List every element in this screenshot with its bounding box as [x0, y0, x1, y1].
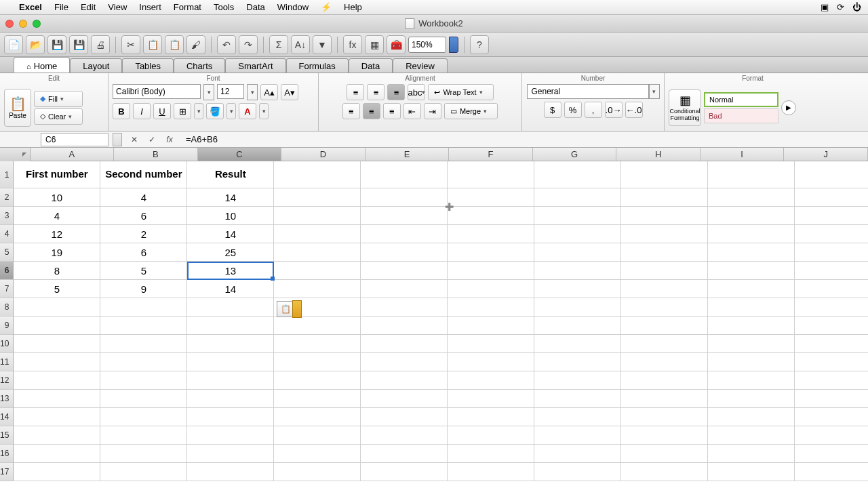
paste-button[interactable]: 📋	[165, 35, 184, 54]
tab-data[interactable]: Data	[349, 58, 393, 73]
enter-icon[interactable]: ✓	[145, 134, 159, 146]
cell-D1[interactable]	[274, 161, 361, 188]
grow-font-button[interactable]: A▴	[260, 84, 278, 100]
paste-big-button[interactable]: 📋 Paste	[4, 89, 31, 127]
menu-insert[interactable]: Insert	[139, 2, 161, 12]
cell-A7[interactable]: 5	[14, 280, 100, 298]
cell-A1[interactable]: First number	[14, 161, 100, 188]
font-size-select[interactable]: 12	[217, 84, 244, 99]
cell-C7[interactable]: 14	[187, 280, 274, 298]
row-header-3[interactable]: 3	[0, 207, 14, 225]
script-icon[interactable]: ⚡	[321, 2, 332, 12]
row-header-11[interactable]: 11	[0, 353, 14, 371]
gallery-button[interactable]: ▦	[365, 35, 384, 54]
col-header-I[interactable]: I	[701, 148, 785, 161]
cell-B3[interactable]: 6	[100, 207, 187, 225]
sort-button[interactable]: A↓	[291, 35, 310, 54]
cancel-icon[interactable]: ✕	[127, 134, 141, 146]
italic-button[interactable]: I	[133, 103, 151, 119]
cell-A4[interactable]: 12	[14, 225, 100, 243]
cell-C1[interactable]: Result	[187, 161, 274, 188]
merge-button[interactable]: ▭Merge▾	[444, 103, 498, 119]
fx-icon[interactable]: fx	[163, 134, 176, 146]
col-header-F[interactable]: F	[449, 148, 533, 161]
comma-button[interactable]: ,	[585, 102, 602, 118]
app-name[interactable]: Excel	[19, 2, 42, 12]
row-header-15[interactable]: 15	[0, 426, 14, 445]
maximize-button[interactable]	[33, 20, 41, 28]
align-center-button[interactable]: ≡	[363, 103, 380, 119]
cell-C4[interactable]: 14	[187, 225, 274, 243]
border-button[interactable]: ⊞	[174, 103, 191, 119]
menu-help[interactable]: Help	[344, 2, 362, 12]
col-header-C[interactable]: C	[198, 148, 282, 161]
row-header-5[interactable]: 5	[0, 243, 14, 262]
font-name-select[interactable]: Calibri (Body)	[113, 84, 201, 99]
tab-layout[interactable]: Layout	[70, 58, 122, 73]
row-header-12[interactable]: 12	[0, 371, 14, 390]
menu-window[interactable]: Window	[277, 2, 309, 12]
align-bottom-button[interactable]: ≡	[387, 84, 405, 100]
col-header-A[interactable]: A	[31, 148, 115, 161]
autosum-button[interactable]: Σ	[269, 35, 288, 54]
conditional-formatting-button[interactable]: ▦ Conditional Formatting	[669, 89, 701, 126]
cell-A6[interactable]: 8	[14, 262, 100, 280]
help-button[interactable]: ?	[470, 35, 489, 54]
cell-B6[interactable]: 5	[100, 262, 187, 280]
col-header-G[interactable]: G	[533, 148, 617, 161]
row-header-14[interactable]: 14	[0, 408, 14, 426]
save-as-button[interactable]: 💾	[69, 35, 88, 54]
paste-options-button[interactable]: 📋	[277, 301, 294, 317]
fill-button[interactable]: ◆Fill▾	[34, 91, 83, 107]
row-header-10[interactable]: 10	[0, 335, 14, 353]
cell-A5[interactable]: 19	[14, 243, 100, 262]
menu-view[interactable]: View	[108, 2, 127, 12]
zoom-select[interactable]: 150%	[408, 37, 446, 53]
cut-button[interactable]: ✂	[121, 35, 140, 54]
tab-charts[interactable]: Charts	[174, 58, 225, 73]
format-painter-button[interactable]: 🖌	[186, 35, 205, 54]
row-header-17[interactable]: 17	[0, 463, 14, 481]
status-icon-2[interactable]: ⟳	[837, 2, 844, 12]
col-header-H[interactable]: H	[616, 148, 701, 161]
clear-button[interactable]: ◇Clear▾	[34, 108, 83, 125]
cell-C3[interactable]: 10	[187, 207, 274, 225]
toolbox-button[interactable]: 🧰	[387, 35, 406, 54]
cell-A2[interactable]: 10	[14, 188, 100, 207]
cell-C2[interactable]: 14	[187, 188, 274, 207]
col-header-B[interactable]: B	[114, 148, 198, 161]
indent-dec-button[interactable]: ⇤	[403, 103, 421, 119]
cell-F1[interactable]	[448, 161, 534, 188]
tab-tables[interactable]: Tables	[122, 58, 174, 73]
menu-format[interactable]: Format	[174, 2, 201, 12]
save-button[interactable]: 💾	[47, 35, 66, 54]
cell-I1[interactable]	[708, 161, 795, 188]
styles-expand-button[interactable]: ▶	[781, 100, 796, 115]
row-header-13[interactable]: 13	[0, 390, 14, 408]
minimize-button[interactable]	[19, 20, 27, 28]
cell-C5[interactable]: 25	[187, 243, 274, 262]
spreadsheet-grid[interactable]: 1 2 3 4 5 6 7 8 9 10 11 12 13 14 15 16 1…	[0, 161, 868, 481]
select-all-corner[interactable]	[0, 148, 31, 161]
font-color-button[interactable]: A	[239, 103, 256, 119]
fill-color-button[interactable]: 🪣	[206, 103, 224, 119]
menu-data[interactable]: Data	[246, 2, 264, 12]
inc-decimal-button[interactable]: .0→	[605, 102, 623, 118]
row-header-16[interactable]: 16	[0, 445, 14, 463]
tab-home[interactable]: ⌂Home	[14, 57, 70, 73]
status-icon-3[interactable]: ⏻	[852, 2, 861, 12]
print-button[interactable]: 🖨	[91, 35, 110, 54]
close-button[interactable]	[5, 20, 14, 28]
menu-edit[interactable]: Edit	[81, 2, 96, 12]
open-button[interactable]: 📂	[26, 35, 45, 54]
undo-button[interactable]: ↶	[217, 35, 236, 54]
row-header-6[interactable]: 6	[0, 262, 14, 280]
formula-input[interactable]: =A6+B6	[182, 134, 868, 144]
cell-style-bad[interactable]: Bad	[704, 108, 778, 123]
cell-B7[interactable]: 9	[100, 280, 187, 298]
menu-file[interactable]: File	[54, 2, 68, 12]
tab-smartart[interactable]: SmartArt	[225, 58, 285, 73]
align-right-button[interactable]: ≡	[383, 103, 401, 119]
name-box[interactable]: C6	[41, 133, 108, 146]
cell-H1[interactable]	[621, 161, 708, 188]
